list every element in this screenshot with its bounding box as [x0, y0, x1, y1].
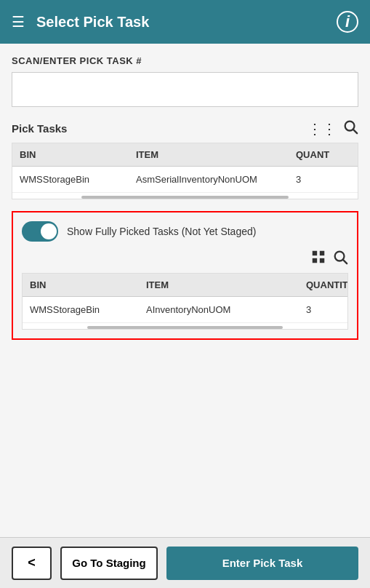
- col-bin: BIN: [12, 143, 129, 166]
- staged-cell-item: AInventoryNonUOM: [139, 297, 299, 322]
- main-content: SCAN/ENTER PICK TASK # Pick Tasks ⋮⋮ BIN…: [0, 44, 370, 351]
- header-left: ☰ Select Pick Task: [12, 13, 149, 31]
- page-title: Select Pick Task: [36, 14, 149, 31]
- search-icon[interactable]: [342, 119, 358, 138]
- info-icon[interactable]: i: [337, 11, 358, 33]
- back-button[interactable]: <: [12, 547, 52, 580]
- staged-table-header: BIN ITEM QUANTITY: [23, 274, 347, 297]
- staged-table-icons: [22, 249, 348, 269]
- staged-table-row[interactable]: WMSStorageBin AInventoryNonUOM 3: [23, 297, 347, 323]
- staging-button[interactable]: Go To Staging: [60, 547, 158, 580]
- svg-line-7: [343, 260, 347, 263]
- staged-col-quantity: QUANTITY: [299, 274, 348, 296]
- enter-button[interactable]: Enter Pick Task: [166, 547, 358, 580]
- col-quantity: QUANT: [289, 143, 358, 166]
- app-header: ☰ Select Pick Task i: [0, 0, 370, 44]
- cell-quantity: 3: [289, 167, 358, 192]
- staged-scrollbar[interactable]: [87, 326, 282, 329]
- pick-tasks-icons: ⋮⋮: [307, 119, 358, 138]
- cell-item: AsmSerialInventoryNonUOM: [129, 167, 289, 192]
- footer: < Go To Staging Enter Pick Task: [0, 537, 370, 588]
- cell-bin: WMSStorageBin: [12, 167, 129, 192]
- svg-rect-4: [313, 258, 317, 263]
- pick-tasks-table: BIN ITEM QUANT WMSStorageBin AsmSerialIn…: [12, 143, 358, 199]
- svg-rect-2: [313, 251, 317, 255]
- toggle-slider: [22, 221, 58, 242]
- scrollbar[interactable]: [81, 196, 289, 199]
- staged-table: BIN ITEM QUANTITY WMSStorageBin AInvento…: [22, 273, 348, 330]
- toggle-label: Show Fully Picked Tasks (Not Yet Staged): [67, 226, 256, 237]
- table-row[interactable]: WMSStorageBin AsmSerialInventoryNonUOM 3: [12, 167, 358, 193]
- pick-tasks-table-header: BIN ITEM QUANT: [12, 143, 358, 167]
- pick-tasks-title: Pick Tasks: [12, 122, 67, 135]
- staged-col-item: ITEM: [139, 274, 299, 296]
- staged-cell-quantity: 3: [299, 297, 347, 322]
- scan-input[interactable]: [12, 72, 358, 107]
- staged-section: Show Fully Picked Tasks (Not Yet Staged)…: [12, 211, 358, 340]
- staged-search-icon[interactable]: [332, 249, 348, 269]
- pick-tasks-header: Pick Tasks ⋮⋮: [12, 119, 358, 138]
- svg-line-1: [353, 130, 357, 133]
- scan-label: SCAN/ENTER PICK TASK #: [12, 55, 358, 66]
- staged-cell-bin: WMSStorageBin: [23, 297, 139, 322]
- staged-grid-icon[interactable]: [310, 249, 326, 269]
- svg-rect-5: [320, 258, 324, 263]
- col-item: ITEM: [129, 143, 289, 166]
- hamburger-icon[interactable]: ☰: [12, 13, 25, 31]
- staged-col-bin: BIN: [23, 274, 139, 296]
- svg-rect-3: [320, 251, 324, 255]
- grid-icon[interactable]: ⋮⋮: [307, 120, 337, 138]
- toggle-switch[interactable]: [22, 221, 58, 242]
- toggle-row: Show Fully Picked Tasks (Not Yet Staged): [22, 221, 348, 242]
